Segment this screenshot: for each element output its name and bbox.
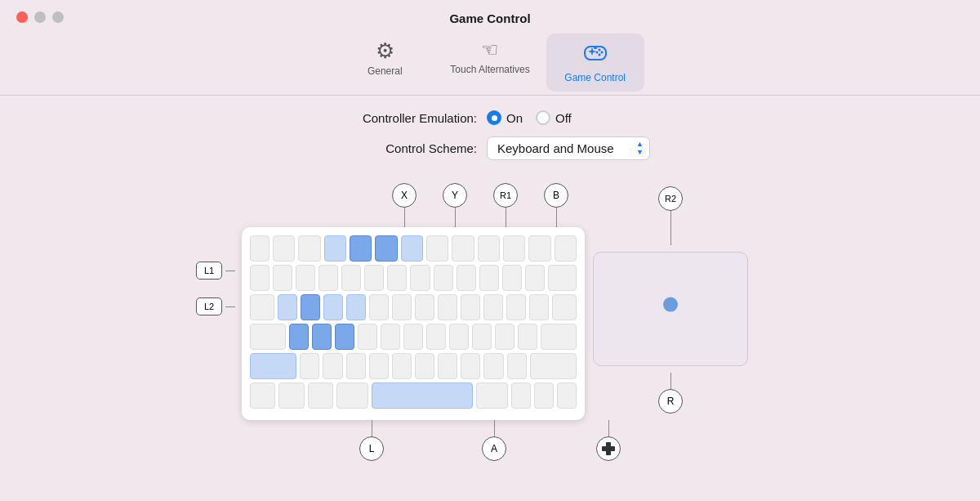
key-right (557, 382, 577, 409)
key-f11 (528, 235, 550, 262)
svg-point-6 (600, 51, 603, 54)
hand-icon: ☜ (481, 40, 499, 60)
key-b (392, 353, 412, 379)
tab-touch[interactable]: ☜ Touch Alternatives (434, 34, 546, 92)
radio-off-label: Off (555, 111, 572, 125)
key-g (381, 324, 400, 350)
key-row-3 (250, 294, 577, 320)
key-rshift (530, 353, 577, 379)
x-line (404, 208, 405, 227)
key-caps (250, 324, 286, 350)
radio-on-label: On (506, 111, 523, 125)
radio-on-circle (487, 110, 501, 125)
l1-label-row: L1 (196, 262, 235, 280)
l2-line (225, 306, 235, 307)
control-scheme-row: Control Scheme: Keyboard and Mouse Contr… (330, 136, 650, 160)
key-space (372, 382, 473, 409)
y-line (455, 208, 456, 227)
svg-rect-11 (602, 446, 615, 451)
key-v (369, 353, 389, 379)
key-lcmd (336, 382, 368, 409)
r-circle: R (658, 389, 683, 414)
key-row-1 (250, 235, 577, 262)
trackpad[interactable] (593, 252, 748, 366)
key-1 (273, 265, 292, 291)
x-circle: X (392, 183, 416, 208)
key-slash (507, 353, 527, 379)
key-backslash (552, 294, 577, 320)
key-f2 (298, 235, 320, 262)
key-q (278, 294, 297, 320)
tab-general[interactable]: ⚙ General (336, 34, 434, 92)
key-ctrl (278, 382, 304, 409)
key-6 (387, 265, 407, 291)
key-esc (250, 235, 270, 262)
key-a (289, 324, 309, 350)
controller-emulation-label: Controller Emulation: (330, 111, 477, 125)
radio-on[interactable]: On (487, 110, 523, 125)
key-f8 (452, 235, 474, 262)
label-dpad (596, 420, 621, 461)
r1-line (506, 208, 506, 227)
key-minus (502, 265, 522, 291)
keyboard-and-right: L1 L2 (196, 227, 784, 420)
label-b: B (544, 183, 568, 227)
r2-label: R2 (658, 186, 683, 245)
label-l: L (359, 420, 384, 461)
key-rcmd (476, 382, 508, 409)
key-f10 (503, 235, 525, 262)
key-3 (318, 265, 338, 291)
l2-circle: L2 (196, 297, 222, 315)
a-line (494, 420, 495, 436)
key-i (438, 294, 457, 320)
scheme-select[interactable]: Keyboard and Mouse Controller Only Touch… (487, 136, 650, 160)
key-f5 (375, 235, 397, 262)
title-bar: Game Control (0, 0, 980, 34)
y-circle: Y (443, 183, 467, 208)
key-w (301, 294, 320, 320)
key-semicolon (495, 324, 514, 350)
toolbar: ⚙ General ☜ Touch Alternatives Game Cont… (336, 34, 644, 92)
left-labels: L1 L2 (196, 227, 235, 315)
minimize-button[interactable] (34, 11, 46, 23)
key-e (323, 294, 343, 320)
key-0 (479, 265, 499, 291)
key-l (472, 324, 492, 350)
key-period (483, 353, 503, 379)
tab-gamecontrol[interactable]: Game Control (546, 34, 644, 92)
l2-label-row: L2 (196, 297, 235, 315)
key-t (369, 294, 389, 320)
r-label-below: R (593, 373, 748, 414)
r-line-up (670, 373, 671, 389)
key-enter (541, 324, 577, 350)
trackpad-section: R2 R (593, 227, 748, 414)
trackpad-cursor-dot (663, 297, 678, 312)
bottom-labels-row: L A (196, 420, 784, 461)
close-button[interactable] (16, 11, 28, 23)
radio-off[interactable]: Off (536, 110, 572, 125)
l-line (372, 420, 372, 436)
emulation-radio-group: On Off (487, 110, 572, 125)
scheme-select-wrapper: Keyboard and Mouse Controller Only Touch… (487, 136, 650, 160)
window-controls (16, 11, 64, 23)
main-content: Controller Emulation: On Off Control Sch… (0, 110, 980, 461)
key-f9 (478, 235, 500, 262)
a-circle: A (482, 436, 506, 461)
gamepad-icon (583, 40, 608, 68)
key-c (346, 353, 366, 379)
dpad-circle (596, 436, 621, 461)
key-row-6 (250, 382, 577, 409)
key-k (449, 324, 469, 350)
maximize-button[interactable] (52, 11, 64, 23)
controller-emulation-row: Controller Emulation: On Off (330, 110, 650, 125)
svg-point-7 (595, 51, 598, 54)
key-f (358, 324, 377, 350)
radio-off-circle (536, 110, 550, 125)
key-up-down (534, 382, 554, 409)
label-r1: R1 (493, 183, 518, 227)
keyboard-mockup (242, 227, 585, 420)
gear-icon: ⚙ (376, 40, 394, 61)
l-circle: L (359, 436, 384, 461)
key-m (438, 353, 457, 379)
key-f3 (324, 235, 346, 262)
